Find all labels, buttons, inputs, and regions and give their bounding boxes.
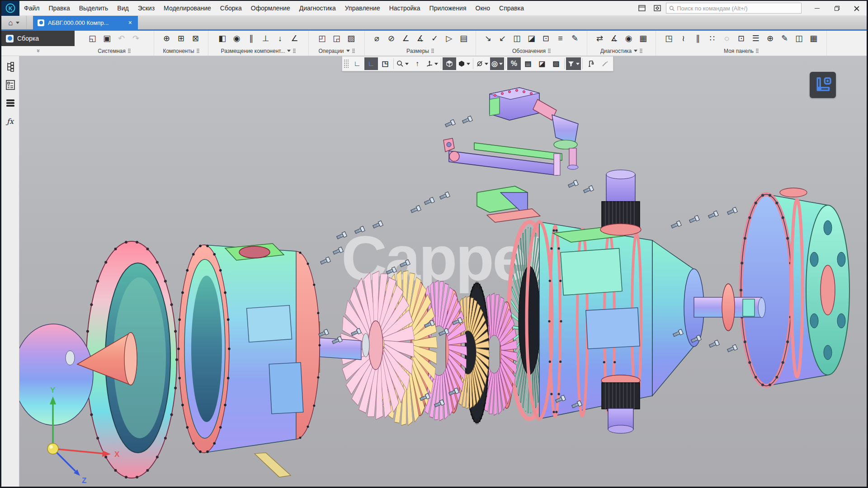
parameters-list-icon[interactable] xyxy=(4,79,17,91)
tolerance-icon[interactable]: ✓ xyxy=(428,32,442,45)
menu-modeling[interactable]: Моделирование xyxy=(159,1,216,16)
diametral-dimension-icon[interactable]: ⊘ xyxy=(384,32,398,45)
compressor-casing[interactable] xyxy=(177,244,321,477)
engine-exploded-model[interactable] xyxy=(19,56,867,487)
menu-applications[interactable]: Приложения xyxy=(425,1,471,16)
variables-icon[interactable]: ƒx xyxy=(4,115,17,127)
minimize-button[interactable] xyxy=(807,1,827,16)
group-drag-handle[interactable] xyxy=(197,48,199,53)
zoom-area-icon[interactable] xyxy=(395,57,410,70)
menu-management[interactable]: Управление xyxy=(340,1,385,16)
mate-perpendicular-icon[interactable]: ⊥ xyxy=(259,32,273,45)
datum-flag-icon[interactable]: ▷ xyxy=(442,32,456,45)
zoom-in-icon[interactable]: ↑ xyxy=(410,57,424,70)
menu-sketch[interactable]: Эскиз xyxy=(133,1,159,16)
boolean-operation-icon[interactable]: ◰ xyxy=(315,32,329,45)
surface-finish-icon[interactable]: ◪ xyxy=(524,32,538,45)
layers-icon[interactable]: ☰ xyxy=(749,32,763,45)
cut-operation-icon[interactable]: ◲ xyxy=(330,32,344,45)
section-display-icon[interactable]: % xyxy=(507,57,521,70)
mate-rotate-icon[interactable]: ◉ xyxy=(230,32,244,45)
orientation-quick-button[interactable] xyxy=(810,72,836,98)
group-dropdown-icon[interactable] xyxy=(287,50,291,52)
move-view-icon[interactable] xyxy=(425,57,439,70)
local-frame-icon[interactable]: ◳ xyxy=(662,32,676,45)
measure-angle-icon[interactable]: ∡ xyxy=(607,32,621,45)
ghost-display-icon[interactable]: ◎ xyxy=(490,57,504,70)
group-drag-handle[interactable] xyxy=(640,48,642,53)
pick-properties-icon[interactable] xyxy=(598,57,612,70)
dimension-table-icon[interactable]: ▤ xyxy=(457,32,471,45)
undo-icon[interactable]: ↶ xyxy=(114,32,128,45)
mate-distance-icon[interactable]: ↓ xyxy=(273,32,287,45)
model-viewport[interactable]: CappeН xyxy=(19,56,867,487)
hole-operation-icon[interactable]: ▨ xyxy=(344,32,358,45)
home-tab-button[interactable]: ⌂ xyxy=(1,16,27,29)
group-drag-handle[interactable] xyxy=(293,48,296,53)
group-drag-handle[interactable] xyxy=(756,48,759,53)
auto-dimension-icon[interactable]: ⌀ xyxy=(370,32,384,45)
nose-dome[interactable] xyxy=(19,324,93,425)
quick-sketch-icon[interactable]: ✎ xyxy=(778,32,792,45)
add-standard-component-icon[interactable]: ⊠ xyxy=(189,32,203,45)
ribbon-collapse-icon[interactable]: « xyxy=(35,49,41,52)
normal-to-face-icon[interactable]: ∟ xyxy=(350,57,364,70)
placement-orientation-icon[interactable]: ∟ xyxy=(364,57,378,70)
interface-settings-icon[interactable] xyxy=(651,3,664,14)
command-search[interactable] xyxy=(666,3,802,14)
select-face-icon[interactable]: ◌ xyxy=(720,32,734,45)
selection-filter-icon[interactable] xyxy=(566,57,581,70)
group-dropdown-icon[interactable] xyxy=(346,50,350,52)
solid-clip-icon[interactable]: ◪ xyxy=(535,57,549,70)
angle-from-base-icon[interactable]: ∡ xyxy=(413,32,427,45)
mass-properties-icon[interactable]: ◉ xyxy=(622,32,636,45)
save-icon[interactable]: ▣ xyxy=(100,32,114,45)
add-component-from-file-icon[interactable]: ⊕ xyxy=(160,32,174,45)
open-document-icon[interactable]: ◱ xyxy=(85,32,99,45)
point-array-icon[interactable]: ∷ xyxy=(705,32,719,45)
menu-settings[interactable]: Настройка xyxy=(385,1,425,16)
rear-housing[interactable] xyxy=(740,188,849,386)
planes-icon[interactable]: ∥ xyxy=(691,32,705,45)
centerline-icon[interactable]: ≡ xyxy=(553,32,567,45)
menu-view[interactable]: Вид xyxy=(113,1,133,16)
menu-edit[interactable]: Правка xyxy=(44,1,74,16)
close-button[interactable] xyxy=(847,1,867,16)
menu-help[interactable]: Справка xyxy=(495,1,528,16)
display-mode-icon[interactable] xyxy=(457,57,472,70)
interface-layout-icon[interactable] xyxy=(635,3,649,14)
menu-drawing[interactable]: Оформление xyxy=(246,1,295,16)
active-document-tab[interactable]: АБВГ.000.000 Компр... × xyxy=(33,16,138,29)
model-tree-icon[interactable] xyxy=(4,61,17,73)
mate-coincident-icon[interactable]: ◧ xyxy=(215,32,229,45)
redo-icon[interactable]: ↷ xyxy=(129,32,143,45)
rotor-stack[interactable] xyxy=(340,270,517,425)
highlight-add-icon[interactable]: ⊕ xyxy=(763,32,777,45)
layers-panel-icon[interactable] xyxy=(4,97,17,109)
menu-select[interactable]: Выделить xyxy=(75,1,113,16)
datum-leader-icon[interactable]: ↙ xyxy=(495,32,509,45)
base-designation-icon[interactable]: ⊡ xyxy=(539,32,553,45)
group-dropdown-icon[interactable] xyxy=(634,50,637,52)
create-component-icon[interactable]: ⊞ xyxy=(174,32,188,45)
document-mode-panel[interactable]: Сборка « xyxy=(1,31,75,56)
report-table-icon[interactable]: ▦ xyxy=(807,32,821,45)
mate-angle-icon[interactable]: ∠ xyxy=(288,32,302,45)
angular-dimension-icon[interactable]: ∠ xyxy=(399,32,413,45)
check-collisions-icon[interactable]: ▦ xyxy=(636,32,650,45)
toolbar-drag-handle[interactable] xyxy=(344,59,349,68)
group-drag-handle[interactable] xyxy=(352,48,355,53)
load-crane-icon[interactable] xyxy=(584,57,598,70)
gearbox-assembly[interactable] xyxy=(443,88,578,222)
appearance-icon[interactable]: ▨ xyxy=(549,57,563,70)
node-icon[interactable]: ⊡ xyxy=(734,32,748,45)
menu-diagnostics[interactable]: Диагностика xyxy=(295,1,340,16)
group-drag-handle[interactable] xyxy=(548,48,551,53)
note-icon[interactable]: ✎ xyxy=(568,32,582,45)
measure-distance-icon[interactable]: ⇄ xyxy=(593,32,607,45)
shaded-with-edges-icon[interactable] xyxy=(443,57,456,70)
leader-icon[interactable]: ↘ xyxy=(481,32,495,45)
tab-close-icon[interactable]: × xyxy=(127,19,133,27)
hide-objects-icon[interactable] xyxy=(475,57,490,70)
spline-icon[interactable]: ≀ xyxy=(676,32,690,45)
